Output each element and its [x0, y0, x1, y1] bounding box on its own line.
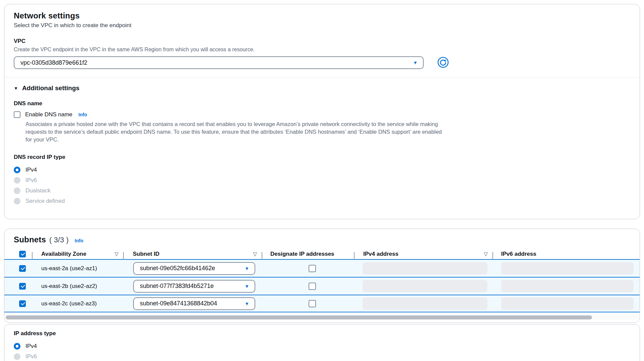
- radio-label: IPv4: [25, 343, 37, 350]
- horizontal-scrollbar-track[interactable]: [5, 315, 639, 320]
- enable-dns-name-checkbox-label[interactable]: Enable DNS name: [25, 111, 72, 118]
- network-settings-title: Network settings: [14, 11, 630, 20]
- radio-icon: [14, 167, 20, 173]
- ip-address-type-group: IPv4 IPv6 Dualstack: [14, 341, 630, 361]
- subnets-count: ( 3/3 ): [49, 236, 68, 244]
- column-availability-zone[interactable]: Availability Zone: [41, 251, 86, 257]
- radio-ip-ipv4[interactable]: IPv4: [14, 341, 630, 351]
- row-select-checkbox[interactable]: [19, 283, 26, 290]
- subnet-row-us-east-2b: us-east-2b (use2-az2) subnet-077f7383fd4…: [4, 277, 640, 295]
- radio-dns-dualstack: Dualstack: [14, 185, 630, 196]
- refresh-button[interactable]: [437, 57, 449, 69]
- additional-settings-label: Additional settings: [22, 84, 79, 92]
- refresh-icon: [437, 64, 449, 69]
- radio-icon: [14, 187, 20, 194]
- enable-dns-name-checkbox[interactable]: [14, 111, 20, 118]
- ipv4-address-input-disabled: [363, 262, 487, 275]
- dns-record-ip-type-label: DNS record IP type: [14, 154, 630, 161]
- subnet-id-select[interactable]: subnet-09e052fc66b41462e ▼: [133, 262, 255, 275]
- subnet-row-us-east-2c: us-east-2c (use2-az3) subnet-09e84741368…: [4, 295, 640, 312]
- ipv4-address-input-disabled: [363, 297, 487, 310]
- subnet-id-select[interactable]: subnet-077f7383fd4b5271e ▼: [133, 280, 255, 293]
- ipv4-address-input-disabled: [363, 280, 487, 292]
- subnets-table-header: Availability Zone ▽ Subnet ID ▽ Designat…: [4, 249, 640, 259]
- network-settings-card: Network settings Select the VPC in which…: [4, 4, 640, 219]
- designate-ip-checkbox[interactable]: [309, 265, 316, 272]
- sort-icon[interactable]: ▽: [114, 251, 118, 257]
- dns-name-info-link[interactable]: Info: [78, 112, 87, 117]
- horizontal-scrollbar-thumb[interactable]: [6, 315, 592, 319]
- chevron-down-icon: ▼: [245, 284, 249, 289]
- designate-ip-checkbox[interactable]: [309, 300, 316, 307]
- radio-label: Dualstack: [25, 187, 51, 194]
- subnets-card: Subnets ( 3/3 ) Info Availability Zone ▽…: [4, 229, 640, 323]
- subnet-id-select-value: subnet-09e84741368842b04: [140, 300, 217, 307]
- sort-icon[interactable]: ▽: [484, 251, 488, 257]
- dns-name-label: DNS name: [14, 100, 630, 107]
- availability-zone-value: us-east-2c (use2-az3): [41, 300, 97, 307]
- column-ipv4-address[interactable]: IPv4 address: [363, 251, 398, 257]
- row-select-checkbox[interactable]: [19, 265, 26, 272]
- row-select-checkbox[interactable]: [19, 300, 26, 307]
- ipv6-address-input-disabled: [501, 262, 634, 275]
- radio-dns-service-defined: Service defined: [14, 196, 630, 206]
- ip-address-type-label: IP address type: [14, 330, 630, 337]
- vpc-description: Create the VPC endpoint in the VPC in th…: [14, 47, 630, 53]
- vpc-label: VPC: [14, 38, 630, 45]
- subnet-row-us-east-2a: us-east-2a (use2-az1) subnet-09e052fc66b…: [4, 259, 640, 277]
- chevron-down-icon: ▼: [413, 60, 418, 65]
- radio-icon: [14, 198, 20, 204]
- chevron-down-icon: ▼: [245, 301, 249, 306]
- radio-label: IPv6: [25, 177, 37, 184]
- ipv6-address-input-disabled: [501, 297, 634, 310]
- radio-label: Service defined: [25, 198, 65, 204]
- sort-icon[interactable]: ▽: [253, 251, 257, 257]
- radio-icon: [14, 343, 20, 350]
- dns-record-ip-type-group: IPv4 IPv6 Dualstack Service defined: [14, 165, 630, 206]
- column-ipv6-address: IPv6 address: [501, 251, 536, 257]
- radio-label: IPv4: [25, 167, 37, 173]
- radio-icon: [14, 353, 20, 360]
- vpc-select-value: vpc-0305d38d879e661f2: [20, 59, 87, 66]
- radio-icon: [14, 177, 20, 184]
- ipv6-address-input-disabled: [501, 280, 634, 292]
- radio-ip-ipv6: IPv6: [14, 351, 630, 361]
- column-designate-ip: Designate IP addresses: [270, 251, 334, 257]
- additional-settings-expander[interactable]: ▼ Additional settings: [14, 84, 630, 92]
- subnets-table: Availability Zone ▽ Subnet ID ▽ Designat…: [4, 249, 640, 312]
- radio-dns-ipv6: IPv6: [14, 175, 630, 185]
- select-all-checkbox[interactable]: [19, 251, 26, 257]
- expander-triangle-icon: ▼: [14, 86, 18, 91]
- column-subnet-id[interactable]: Subnet ID: [133, 251, 159, 257]
- section-divider: [4, 77, 640, 77]
- subnets-info-link[interactable]: Info: [75, 238, 84, 243]
- ip-address-type-card: IP address type IPv4 IPv6 Dualstack: [4, 324, 640, 361]
- designate-ip-checkbox[interactable]: [309, 283, 316, 290]
- subnet-id-select-value: subnet-077f7383fd4b5271e: [140, 283, 214, 290]
- availability-zone-value: us-east-2b (use2-az2): [41, 283, 97, 290]
- vpc-select[interactable]: vpc-0305d38d879e661f2 ▼: [14, 56, 424, 69]
- subnets-title: Subnets: [14, 235, 46, 244]
- network-settings-subtitle: Select the VPC in which to create the en…: [14, 22, 630, 29]
- chevron-down-icon: ▼: [245, 266, 249, 271]
- availability-zone-value: us-east-2a (use2-az1): [41, 265, 97, 272]
- dns-name-description: Associates a private hosted zone with th…: [25, 120, 446, 143]
- subnet-id-select[interactable]: subnet-09e84741368842b04 ▼: [133, 297, 255, 310]
- radio-dns-ipv4[interactable]: IPv4: [14, 165, 630, 175]
- radio-label: IPv6: [25, 353, 37, 360]
- subnet-id-select-value: subnet-09e052fc66b41462e: [140, 265, 215, 272]
